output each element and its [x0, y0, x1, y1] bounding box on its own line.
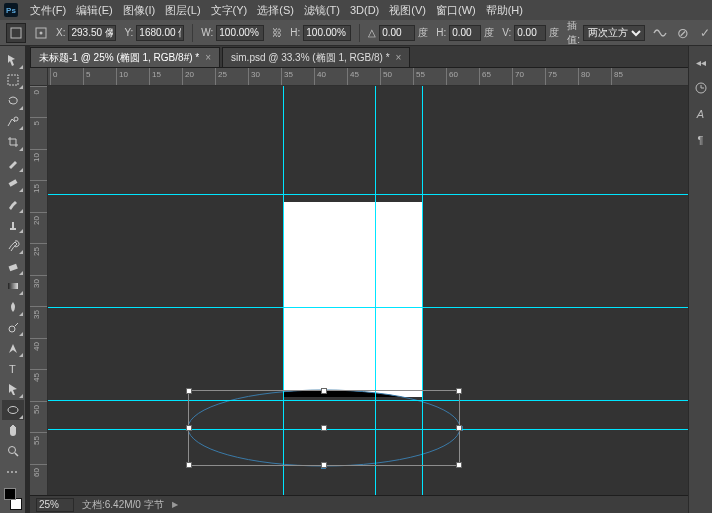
zoom-field[interactable]	[36, 498, 74, 512]
y-field[interactable]	[136, 25, 184, 41]
doc-info: 文档:6.42M/0 字节	[82, 498, 164, 512]
canvas[interactable]: 0510152025303540455055606570758085 05101…	[30, 68, 688, 495]
eyedropper-tool[interactable]	[2, 153, 24, 173]
doc-info-menu-icon[interactable]: ▶	[172, 500, 178, 509]
history-panel-icon[interactable]	[693, 80, 709, 96]
history-brush-tool[interactable]	[2, 235, 24, 255]
document-tab[interactable]: sim.psd @ 33.3% (椭圆 1, RGB/8) * ×	[222, 47, 410, 67]
menu-select[interactable]: 选择(S)	[253, 1, 298, 20]
crop-tool[interactable]	[2, 132, 24, 152]
shear-h-field[interactable]	[449, 25, 481, 41]
svg-point-2	[39, 31, 42, 34]
interp-select[interactable]: 两次立方	[583, 25, 645, 41]
close-icon[interactable]: ×	[396, 52, 402, 63]
menu-3d[interactable]: 3D(D)	[346, 2, 383, 18]
shape-tool[interactable]	[2, 400, 24, 420]
status-bar: 文档:6.42M/0 字节 ▶	[30, 495, 688, 513]
menu-type[interactable]: 文字(Y)	[207, 1, 252, 20]
guide-h[interactable]	[48, 194, 688, 195]
gradient-tool[interactable]	[2, 277, 24, 297]
document-tab[interactable]: 未标题-1 @ 25% (椭圆 1, RGB/8#) * ×	[30, 47, 220, 67]
h-label: H:	[290, 27, 300, 38]
transform-handle[interactable]	[186, 462, 192, 468]
transform-handle[interactable]	[186, 425, 192, 431]
close-icon[interactable]: ×	[205, 52, 211, 63]
character-panel-icon[interactable]: A	[693, 106, 709, 122]
ruler-tick: 75	[545, 68, 578, 85]
canvas-viewport[interactable]	[48, 86, 688, 495]
w-field[interactable]	[216, 25, 264, 41]
ruler-tick: 80	[578, 68, 611, 85]
menu-layer[interactable]: 图层(L)	[161, 1, 204, 20]
dodge-tool[interactable]	[2, 318, 24, 338]
menu-view[interactable]: 视图(V)	[385, 1, 430, 20]
brush-tool[interactable]	[2, 194, 24, 214]
eraser-tool[interactable]	[2, 256, 24, 276]
type-tool[interactable]: T	[2, 359, 24, 379]
angle-field[interactable]	[379, 25, 415, 41]
reference-point-icon[interactable]	[321, 425, 327, 431]
svg-rect-7	[8, 283, 18, 289]
transform-handle[interactable]	[456, 425, 462, 431]
ruler-tick: 30	[30, 275, 47, 306]
pen-tool[interactable]	[2, 338, 24, 358]
menu-file[interactable]: 文件(F)	[26, 1, 70, 20]
reference-point-icon[interactable]	[34, 25, 48, 41]
ruler-tick: 50	[380, 68, 413, 85]
quick-select-tool[interactable]	[2, 112, 24, 132]
document-area: 未标题-1 @ 25% (椭圆 1, RGB/8#) * × sim.psd @…	[30, 46, 688, 513]
guide-h[interactable]	[48, 307, 688, 308]
svg-text:T: T	[9, 363, 16, 375]
expand-panel-icon[interactable]: ◂◂	[693, 54, 709, 70]
link-wh-icon[interactable]: ⛓	[272, 27, 282, 38]
transform-handle[interactable]	[321, 388, 327, 394]
menu-edit[interactable]: 编辑(E)	[72, 1, 117, 20]
warp-mode-icon[interactable]	[653, 25, 667, 41]
ruler-origin[interactable]	[30, 68, 48, 86]
ruler-tick: 35	[30, 306, 47, 337]
healing-tool[interactable]	[2, 174, 24, 194]
foreground-color-swatch[interactable]	[4, 488, 16, 500]
ruler-tick: 20	[182, 68, 215, 85]
optbar-sep	[359, 24, 360, 42]
cancel-transform-icon[interactable]: ⊘	[676, 25, 690, 41]
ruler-tick: 35	[281, 68, 314, 85]
fg-bg-color[interactable]	[2, 486, 24, 511]
stamp-tool[interactable]	[2, 215, 24, 235]
x-field[interactable]	[68, 25, 116, 41]
main-area: T ⋯ 未标题-1 @ 25% (椭圆 1, RGB/8#) * × sim.p…	[0, 46, 712, 513]
ruler-tick: 0	[30, 86, 47, 117]
ruler-tick: 50	[30, 401, 47, 432]
hand-tool[interactable]	[2, 421, 24, 441]
menu-image[interactable]: 图像(I)	[119, 1, 159, 20]
menu-window[interactable]: 窗口(W)	[432, 1, 480, 20]
ruler-tick: 15	[149, 68, 182, 85]
transform-handle[interactable]	[456, 388, 462, 394]
transform-handle[interactable]	[321, 462, 327, 468]
menu-help[interactable]: 帮助(H)	[482, 1, 527, 20]
move-tool[interactable]	[2, 50, 24, 70]
tool-preset-picker[interactable]	[6, 23, 26, 43]
ruler-tick: 10	[30, 149, 47, 180]
marquee-tool[interactable]	[2, 71, 24, 91]
menu-filter[interactable]: 滤镜(T)	[300, 1, 344, 20]
commit-transform-icon[interactable]: ✓	[698, 25, 712, 41]
shear-v-field[interactable]	[514, 25, 546, 41]
edit-toolbar-icon[interactable]: ⋯	[2, 462, 24, 482]
ruler-vertical[interactable]: 051015202530354045505560	[30, 86, 48, 495]
optbar-sep	[192, 24, 193, 42]
ruler-tick: 0	[50, 68, 83, 85]
paragraph-panel-icon[interactable]: ¶	[693, 132, 709, 148]
svg-point-4	[14, 117, 18, 121]
path-select-tool[interactable]	[2, 380, 24, 400]
ruler-tick: 60	[446, 68, 479, 85]
transform-handle[interactable]	[186, 388, 192, 394]
ruler-tick: 25	[215, 68, 248, 85]
zoom-tool[interactable]	[2, 441, 24, 461]
ruler-horizontal[interactable]: 0510152025303540455055606570758085	[48, 68, 688, 86]
lasso-tool[interactable]	[2, 91, 24, 111]
transform-handle[interactable]	[456, 462, 462, 468]
blur-tool[interactable]	[2, 297, 24, 317]
free-transform-bounds[interactable]	[188, 390, 460, 466]
h-field[interactable]	[303, 25, 351, 41]
